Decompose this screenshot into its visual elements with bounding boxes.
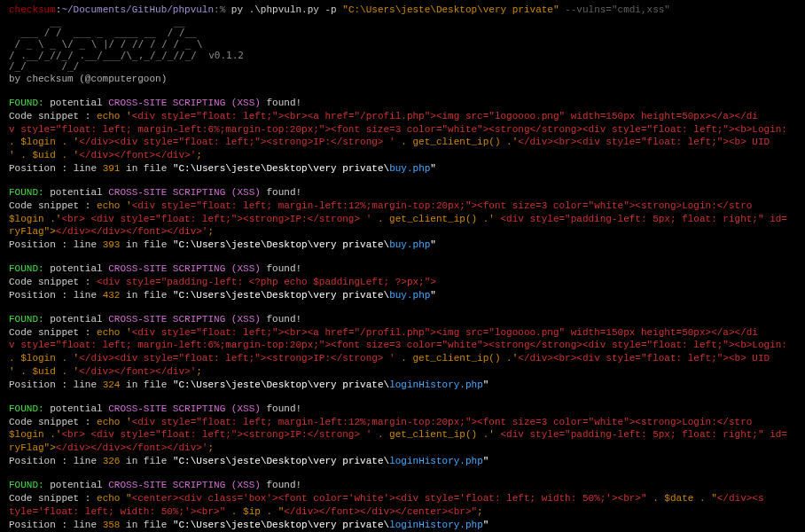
found-tail: found!: [261, 480, 301, 490]
code: <br> <div style="float: left;"><strong>I…: [61, 214, 371, 224]
found-tail: found!: [261, 187, 301, 198]
file-path: "C:\Users\jeste\Desktop\very private\: [173, 456, 389, 466]
ascii-l2: ___ / / ___ _ ____ __ / /__: [9, 27, 220, 38]
snippet-label: Code snippet :: [9, 200, 97, 211]
code: . get_client_ip() .': [371, 429, 495, 440]
file-name: loginHistory.php: [389, 379, 483, 390]
ascii-l1: __ __: [9, 16, 220, 27]
code: </div></font></div></center><br>": [284, 506, 477, 517]
file-name: buy.php: [389, 163, 430, 174]
code: </div><div style="float: left;"><strong>…: [79, 137, 395, 147]
file-close: ": [430, 290, 436, 301]
found-label: FOUND:: [9, 263, 44, 274]
code: echo ': [97, 417, 132, 427]
in-file: in file: [120, 163, 172, 174]
file-path: "C:\Users\jeste\Desktop\very private\: [173, 290, 389, 301]
code: <center><div class='box'><font color='wh…: [132, 493, 647, 504]
in-file: in file: [120, 290, 172, 301]
code: <div style="padding-left: 5px; float: ri…: [495, 429, 787, 440]
code: <br> <div style="float: left;"><strong>I…: [61, 429, 371, 440]
line-number: 393: [103, 239, 121, 250]
position-line: Position : line 391 in file "C:\Users\je…: [9, 162, 796, 176]
code: <div style="padding-left: 5px; float: ri…: [495, 214, 787, 224]
finding-block: FOUND: potential CROSS-SITE SCRIPTING (X…: [9, 313, 796, 392]
finding-header: FOUND: potential CROSS-SITE SCRIPTING (X…: [9, 186, 796, 200]
file-path: "C:\Users\jeste\Desktop\very private\: [173, 379, 389, 390]
position-label: Position :: [9, 290, 74, 301]
line-number: 358: [103, 520, 121, 530]
potential-label: potential: [44, 187, 109, 198]
code: ' . $uid . ': [9, 366, 79, 377]
code: ryFlag">: [9, 442, 56, 453]
snippet-line: . $login . '</div><div style="float: lef…: [9, 352, 796, 365]
finding-block: FOUND: potential CROSS-SITE SCRIPTING (X…: [9, 97, 796, 176]
code: ;: [207, 442, 214, 453]
snippet-label: Code snippet :: [9, 327, 97, 338]
code: $login .': [9, 429, 61, 440]
prompt-flag-p: -p: [324, 4, 342, 15]
line-prefix: line: [74, 520, 103, 530]
code: </div></div></font></div>': [56, 442, 208, 453]
snippet-label: Code snippet :: [9, 417, 97, 427]
finding-header: FOUND: potential CROSS-SITE SCRIPTING (X…: [9, 97, 796, 110]
position-line: Position : line 358 in file "C:\Users\je…: [9, 519, 796, 532]
snippet-line: ' . $uid . '</div></font></div>';: [9, 365, 796, 379]
position-label: Position :: [9, 163, 74, 174]
file-name: buy.php: [389, 290, 430, 301]
line-number: 324: [103, 379, 121, 390]
ascii-l3: / _ \ _ \/ _ \ |/ / // / / / _ \: [9, 38, 220, 50]
code: . get_client_ip() .': [395, 137, 519, 147]
in-file: in file: [120, 379, 172, 390]
file-path: "C:\Users\jeste\Desktop\very private\: [173, 163, 389, 174]
finding-header: FOUND: potential CROSS-SITE SCRIPTING (X…: [9, 403, 796, 416]
prompt-flag-vulns: --vulns="cmdi,xss": [559, 4, 670, 15]
snippet-line: v style="float: left; margin-left:6%;mar…: [9, 339, 796, 352]
file-close: ": [430, 163, 436, 174]
prompt-path: ~/Documents/GitHub/phpvuln: [61, 4, 214, 15]
file-name: loginHistory.php: [389, 456, 483, 466]
snippet-line: $login .'<br> <div style="float: left;">…: [9, 428, 796, 442]
code: $login .': [9, 214, 61, 224]
code: ' . $uid . ': [9, 150, 79, 160]
potential-label: potential: [44, 403, 109, 414]
vuln-type: CROSS-SITE SCRIPTING (XSS): [108, 263, 261, 274]
code: v style="float: left; margin-left:6%;mar…: [9, 340, 787, 350]
position-line: Position : line 324 in file "C:\Users\je…: [9, 379, 796, 392]
code: echo ': [97, 327, 132, 338]
code: </div></font></div>': [79, 150, 196, 160]
code: tyle='float: left; width: 50%;'><br>": [9, 506, 225, 517]
snippet-line: . $login . '</div><div style="float: lef…: [9, 136, 796, 149]
code: </div><br><div style="float: left;"><b> …: [518, 353, 770, 364]
vuln-type: CROSS-SITE SCRIPTING (XSS): [108, 480, 261, 490]
ascii-l5: /_/ /_/: [9, 60, 208, 72]
prompt-host: checksum: [9, 4, 56, 15]
code: <div style="float: left; margin-left:12%…: [132, 200, 753, 211]
line-prefix: line: [74, 163, 103, 174]
code: </div></div></font></div>': [56, 226, 208, 237]
code: <div style="float: left;"><br><a href="/…: [132, 327, 758, 338]
prompt-cmd: py .\phpvuln.py: [225, 4, 324, 15]
vuln-type: CROSS-SITE SCRIPTING (XSS): [108, 403, 261, 414]
finding-block: FOUND: potential CROSS-SITE SCRIPTING (X…: [9, 479, 796, 531]
code: . $login . ': [9, 353, 79, 364]
file-name: loginHistory.php: [389, 520, 483, 530]
code: ;: [196, 366, 202, 377]
found-tail: found!: [261, 314, 301, 325]
found-label: FOUND:: [9, 480, 44, 490]
snippet-line: Code snippet : echo '<div style="float: …: [9, 110, 796, 123]
finding-block: FOUND: potential CROSS-SITE SCRIPTING (X…: [9, 186, 796, 252]
code: . $date . ": [647, 493, 717, 504]
found-label: FOUND:: [9, 314, 44, 325]
code: <div style="float: left;"><br><a href="/…: [132, 111, 758, 121]
code: . get_client_ip() .': [395, 353, 519, 364]
code: ;: [207, 226, 214, 237]
position-line: Position : line 393 in file "C:\Users\je…: [9, 239, 796, 252]
code: echo ': [97, 111, 132, 121]
code: ;: [196, 150, 202, 160]
line-number: 432: [103, 290, 121, 301]
code: ryFlag">: [9, 226, 56, 237]
line-number: 326: [103, 456, 121, 466]
code: . $ip . ": [225, 506, 284, 517]
snippet-line: tyle='float: left; width: 50%;'><br>" . …: [9, 505, 796, 519]
line-prefix: line: [74, 379, 103, 390]
